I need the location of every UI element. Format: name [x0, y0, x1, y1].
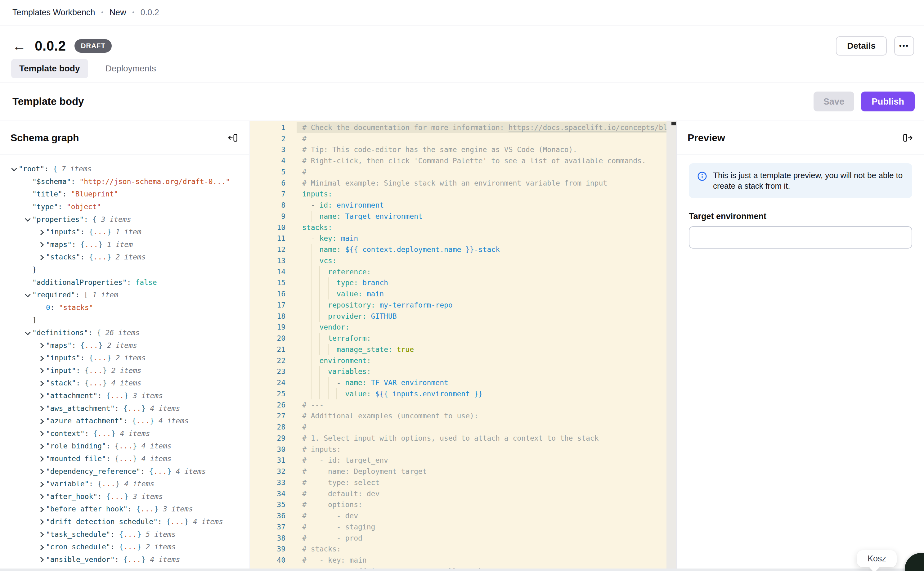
code-line[interactable]: 13 vcs: [250, 255, 666, 266]
code-line[interactable]: 5# [250, 166, 666, 177]
chevron-right-icon[interactable] [37, 494, 46, 498]
tab-template-body[interactable]: Template body [11, 59, 88, 78]
page-bottom-scrollbar[interactable] [0, 568, 924, 571]
chevron-right-icon[interactable] [37, 457, 46, 460]
more-options-button[interactable]: ••• [894, 36, 914, 56]
chevron-right-icon[interactable] [37, 557, 46, 562]
code-line[interactable]: 10stacks: [250, 222, 666, 233]
back-button[interactable]: ← [12, 39, 26, 53]
chevron-right-icon[interactable] [37, 381, 46, 385]
code-line[interactable]: 8 - id: environment [250, 199, 666, 211]
code-line[interactable]: 23 variables: [250, 366, 666, 377]
chevron-right-icon[interactable] [37, 507, 46, 511]
code-line[interactable]: 27# Additional examples (uncomment to us… [250, 411, 666, 422]
chevron-right-icon[interactable] [37, 230, 46, 234]
code-line[interactable]: 38# - prod [250, 532, 666, 544]
code-line[interactable]: 28# [250, 421, 666, 433]
collapse-left-panel-icon[interactable] [227, 132, 238, 144]
schema-tree-row[interactable]: "context": {...} 4 items [9, 427, 249, 440]
code-line[interactable]: 22 environment: [250, 355, 666, 366]
schema-tree-row[interactable]: "definitions": { 26 items [9, 326, 249, 339]
chevron-down-icon[interactable] [23, 331, 32, 335]
chevron-right-icon[interactable] [37, 444, 46, 448]
schema-tree-row[interactable]: "variable": {...} 4 items [9, 478, 249, 490]
code-line[interactable]: 31# - id: target_env [250, 455, 666, 466]
code-line[interactable]: 26# --- [250, 400, 666, 411]
chevron-right-icon[interactable] [37, 545, 46, 549]
schema-tree-row[interactable]: "maps": {...} 2 items [9, 339, 249, 352]
chevron-right-icon[interactable] [37, 356, 46, 360]
chevron-right-icon[interactable] [37, 520, 46, 523]
schema-tree-row[interactable]: "stacks": {...} 2 items [9, 251, 249, 264]
code-line[interactable]: 21 manage_state: true [250, 344, 666, 355]
schema-json-tree[interactable]: "root": { 7 items"$schema": "http://json… [0, 156, 249, 568]
breadcrumb-item-workbench[interactable]: Templates Workbench [12, 8, 95, 17]
schema-tree-row[interactable]: "input": {...} 2 items [9, 364, 249, 377]
schema-tree-row[interactable]: "dependency_reference": {...} 4 items [9, 465, 249, 478]
code-line[interactable]: 6# Minimal example: Single stack with an… [250, 177, 666, 189]
schema-tree-row[interactable]: "mounted_file": {...} 4 items [9, 452, 249, 465]
details-button[interactable]: Details [836, 36, 887, 56]
code-line[interactable]: 3# Tip: This code-editor has the same en… [250, 144, 666, 156]
chevron-down-icon[interactable] [9, 167, 19, 171]
chevron-right-icon[interactable] [37, 394, 46, 398]
chevron-right-icon[interactable] [37, 532, 46, 536]
chevron-right-icon[interactable] [37, 482, 46, 486]
code-line[interactable]: 36# - dev [250, 510, 666, 522]
code-line[interactable]: 34# default: dev [250, 488, 666, 499]
collapse-right-panel-icon[interactable] [902, 132, 913, 144]
schema-tree-row[interactable]: "after_hook": {...} 3 items [9, 490, 249, 503]
schema-tree-row[interactable]: "inputs": {...} 2 items [9, 352, 249, 364]
code-line[interactable]: 17 repository: my-terraform-repo [250, 299, 666, 311]
chevron-right-icon[interactable] [37, 469, 46, 473]
schema-tree-row[interactable]: "azure_attachment": {...} 4 items [9, 415, 249, 427]
code-line[interactable]: 4# Right-click, then click 'Command Pale… [250, 155, 666, 166]
chevron-right-icon[interactable] [37, 255, 46, 259]
schema-tree-row[interactable]: "ansible_vendor": {...} 4 items [9, 553, 249, 566]
code-line[interactable]: 1# Check the documentation for more info… [250, 122, 666, 133]
code-line[interactable]: 14 reference: [250, 266, 666, 278]
schema-tree-row[interactable]: "cron_schedule": {...} 2 items [9, 540, 249, 553]
code-line[interactable]: 7inputs: [250, 189, 666, 200]
schema-tree-row[interactable]: "maps": {...} 1 item [9, 238, 249, 251]
code-line[interactable]: 12 name: ${{ context.deployment.name }}-… [250, 244, 666, 255]
chevron-right-icon[interactable] [37, 431, 46, 435]
schema-tree-row[interactable]: "before_after_hook": {...} 3 items [9, 503, 249, 515]
code-line[interactable]: 2# [250, 133, 666, 144]
chevron-right-icon[interactable] [37, 242, 46, 246]
chevron-right-icon[interactable] [37, 406, 46, 410]
schema-tree-row[interactable]: "root": { 7 items [9, 163, 249, 175]
schema-tree-row[interactable]: "required": [ 1 item [9, 289, 249, 301]
code-line[interactable]: 24 - name: TF_VAR_environment [250, 377, 666, 388]
schema-tree-row[interactable]: "drift_detection_schedule": {...} 4 item… [9, 515, 249, 528]
chevron-right-icon[interactable] [37, 343, 46, 347]
code-line[interactable]: 35# options: [250, 499, 666, 511]
code-editor[interactable]: 1# Check the documentation for more info… [250, 121, 666, 568]
code-line[interactable]: 32# name: Deployment target [250, 466, 666, 477]
code-line[interactable]: 15 type: branch [250, 278, 666, 289]
code-line[interactable]: 41# name: ${{ inputs.target_env }}-stack [250, 566, 666, 568]
save-button[interactable]: Save [813, 91, 855, 111]
code-line[interactable]: 30# inputs: [250, 444, 666, 455]
chevron-right-icon[interactable] [37, 368, 46, 372]
code-line[interactable]: 20 terraform: [250, 333, 666, 344]
code-line[interactable]: 11 - key: main [250, 233, 666, 244]
editor-scrollbar[interactable] [666, 121, 676, 568]
code-line[interactable]: 33# type: select [250, 477, 666, 488]
tab-deployments[interactable]: Deployments [97, 59, 164, 78]
schema-tree-row[interactable]: "role_binding": {...} 4 items [9, 440, 249, 452]
schema-tree-row[interactable]: "aws_attachment": {...} 4 items [9, 402, 249, 415]
code-line[interactable]: 25 value: ${{ inputs.environment }} [250, 388, 666, 400]
schema-tree-row[interactable]: "task_schedule": {...} 5 items [9, 528, 249, 540]
schema-tree-row[interactable]: "properties": { 3 items [9, 213, 249, 225]
schema-tree-row[interactable]: "attachment": {...} 3 items [9, 389, 249, 402]
code-line[interactable]: 19 vendor: [250, 322, 666, 333]
code-line[interactable]: 39# stacks: [250, 544, 666, 555]
publish-button[interactable]: Publish [861, 91, 915, 111]
code-line[interactable]: 9 name: Target environment [250, 211, 666, 222]
code-line[interactable]: 18 provider: GITHUB [250, 311, 666, 322]
code-line[interactable]: 16 value: main [250, 288, 666, 299]
code-line[interactable]: 29# 1. Select input with options, used t… [250, 433, 666, 444]
target-environment-input[interactable] [689, 226, 912, 248]
documentation-link[interactable]: https://docs.spacelift.io/concepts/bluep… [509, 123, 666, 132]
